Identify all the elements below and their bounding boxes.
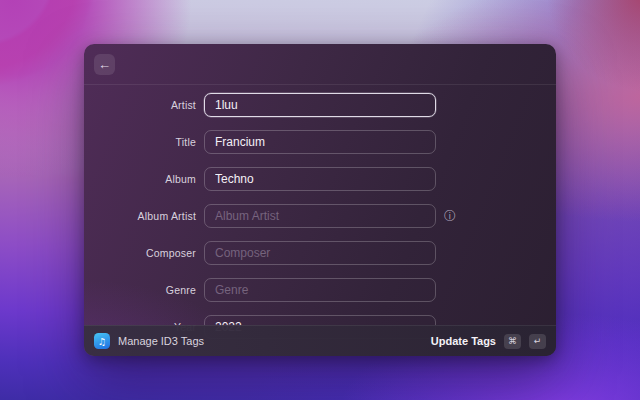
album-artist-label: Album Artist (84, 210, 204, 222)
title-input[interactable] (204, 130, 436, 154)
title-label: Title (84, 136, 204, 148)
artist-input[interactable] (204, 93, 436, 117)
form-row-genre: Genre (84, 278, 556, 302)
album-label: Album (84, 173, 204, 185)
composer-input[interactable] (204, 241, 436, 265)
composer-label: Composer (84, 247, 204, 259)
form-row-artist: Artist (84, 93, 556, 117)
form-row-title: Title (84, 130, 556, 154)
genre-label: Genre (84, 284, 204, 296)
form-row-album: Album (84, 167, 556, 191)
music-note-icon: ♫ (94, 333, 110, 349)
update-tags-button[interactable]: Update Tags (431, 335, 496, 347)
form-row-composer: Composer (84, 241, 556, 265)
return-key-icon: ↵ (529, 334, 546, 349)
window-footer: ♫ Manage ID3 Tags Update Tags ⌘ ↵ (84, 325, 556, 356)
artist-label: Artist (84, 99, 204, 111)
form-row-album-artist: Album Artist ⓘ (84, 204, 556, 228)
album-input[interactable] (204, 167, 436, 191)
window-header: ← (84, 44, 556, 85)
back-arrow-icon: ← (98, 58, 111, 71)
id3-tag-editor-window: ← Artist Title Album Album Artist ⓘ Comp… (84, 44, 556, 356)
footer-title: Manage ID3 Tags (118, 335, 204, 347)
tag-form: Artist Title Album Album Artist ⓘ Compos… (84, 85, 556, 339)
back-button[interactable]: ← (94, 54, 115, 75)
genre-input[interactable] (204, 278, 436, 302)
album-artist-input[interactable] (204, 204, 436, 228)
command-key-icon: ⌘ (504, 334, 521, 349)
info-icon[interactable]: ⓘ (444, 210, 456, 222)
